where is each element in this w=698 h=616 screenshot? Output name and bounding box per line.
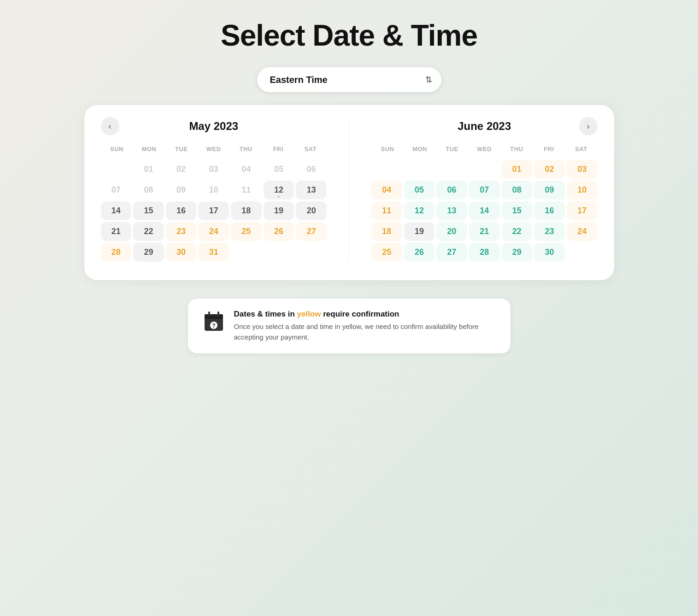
- table-row[interactable]: 23: [534, 222, 565, 241]
- table-row[interactable]: 24: [567, 222, 598, 241]
- table-row[interactable]: 10: [567, 181, 598, 199]
- table-row[interactable]: 31: [198, 243, 229, 262]
- table-row[interactable]: 05: [404, 181, 435, 199]
- calendar-container: ‹ May 2023 SUN MON TUE WED THU FRI SAT 0…: [84, 105, 614, 280]
- table-row[interactable]: 28: [101, 243, 132, 262]
- info-title-yellow: yellow: [297, 310, 321, 318]
- svg-text:?: ?: [212, 323, 215, 329]
- weekday-tue2: TUE: [436, 142, 468, 156]
- table-row[interactable]: 20: [436, 222, 467, 241]
- table-row[interactable]: 14: [101, 201, 132, 220]
- svg-rect-2: [208, 311, 210, 316]
- table-row[interactable]: 24: [198, 222, 229, 241]
- table-row[interactable]: 30: [534, 243, 565, 262]
- weekday-sun2: SUN: [371, 142, 404, 156]
- table-row[interactable]: 12: [404, 201, 435, 220]
- table-row[interactable]: 12: [264, 181, 294, 199]
- weekday-mon: MON: [133, 142, 165, 156]
- table-row: 01: [133, 160, 164, 179]
- weekday-tue: TUE: [165, 142, 198, 156]
- table-row[interactable]: 26: [264, 222, 294, 241]
- table-row[interactable]: 23: [166, 222, 197, 241]
- may-title: May 2023: [189, 120, 238, 133]
- table-row[interactable]: 17: [198, 201, 229, 220]
- table-row[interactable]: 21: [101, 222, 132, 241]
- table-row[interactable]: 27: [296, 222, 327, 241]
- info-title: Dates & times in yellow require confirma…: [234, 310, 496, 319]
- table-row[interactable]: 13: [436, 201, 467, 220]
- june-days-grid: 0102030405060708091011121314151617181920…: [371, 160, 598, 262]
- table-row: [404, 160, 435, 179]
- table-row[interactable]: 15: [502, 201, 533, 220]
- table-row[interactable]: 15: [133, 201, 164, 220]
- table-row[interactable]: 22: [502, 222, 533, 241]
- table-row[interactable]: 17: [567, 201, 598, 220]
- table-row: 06: [296, 160, 327, 179]
- table-row[interactable]: 11: [371, 201, 402, 220]
- table-row[interactable]: 07: [469, 181, 500, 199]
- weekday-wed: WED: [198, 142, 230, 156]
- timezone-select[interactable]: Eastern Time Central Time Mountain Time …: [257, 67, 441, 92]
- weekday-sun: SUN: [101, 142, 133, 156]
- page-title: Select Date & Time: [221, 18, 477, 53]
- timezone-selector[interactable]: Eastern Time Central Time Mountain Time …: [257, 67, 441, 92]
- table-row[interactable]: 28: [469, 243, 500, 262]
- table-row[interactable]: 26: [404, 243, 435, 262]
- table-row: [469, 160, 500, 179]
- table-row[interactable]: 09: [534, 181, 565, 199]
- table-row: 02: [166, 160, 197, 179]
- table-row[interactable]: 25: [371, 243, 402, 262]
- table-row[interactable]: 06: [436, 181, 467, 199]
- weekday-sat2: SAT: [565, 142, 597, 156]
- table-row: 04: [231, 160, 262, 179]
- info-text: Dates & times in yellow require confirma…: [234, 310, 496, 342]
- weekday-thu: THU: [230, 142, 262, 156]
- table-row[interactable]: 29: [133, 243, 164, 262]
- table-row[interactable]: 18: [371, 222, 402, 241]
- weekday-fri2: FRI: [533, 142, 565, 156]
- table-row[interactable]: 04: [371, 181, 402, 199]
- calendar-may: ‹ May 2023 SUN MON TUE WED THU FRI SAT 0…: [101, 120, 327, 262]
- table-row[interactable]: 19: [404, 222, 435, 241]
- calendar-june: June 2023 › SUN MON TUE WED THU FRI SAT …: [371, 120, 598, 262]
- table-row: 11: [231, 181, 262, 199]
- table-row[interactable]: 29: [502, 243, 533, 262]
- june-weekdays: SUN MON TUE WED THU FRI SAT: [371, 142, 598, 156]
- table-row[interactable]: 08: [502, 181, 533, 199]
- table-row: [101, 160, 132, 179]
- table-row: [371, 160, 402, 179]
- next-month-button[interactable]: ›: [579, 117, 598, 135]
- table-row[interactable]: 19: [264, 201, 294, 220]
- calendar-question-icon: ?: [203, 311, 225, 337]
- table-row[interactable]: 18: [231, 201, 262, 220]
- table-row: 05: [264, 160, 294, 179]
- prev-month-button[interactable]: ‹: [101, 117, 119, 135]
- weekday-fri: FRI: [262, 142, 294, 156]
- table-row: 10: [198, 181, 229, 199]
- svg-rect-1: [205, 314, 223, 319]
- table-row[interactable]: 02: [534, 160, 565, 179]
- may-weekdays: SUN MON TUE WED THU FRI SAT: [101, 142, 327, 156]
- table-row[interactable]: 21: [469, 222, 500, 241]
- table-row: [436, 160, 467, 179]
- table-row[interactable]: 27: [436, 243, 467, 262]
- table-row[interactable]: 13: [296, 181, 327, 199]
- table-row[interactable]: 16: [534, 201, 565, 220]
- table-row[interactable]: 22: [133, 222, 164, 241]
- table-row: 09: [166, 181, 197, 199]
- info-description: Once you select a date and time in yello…: [234, 322, 496, 342]
- table-row[interactable]: 25: [231, 222, 262, 241]
- table-row[interactable]: 16: [166, 201, 197, 220]
- table-row[interactable]: 14: [469, 201, 500, 220]
- weekday-wed2: WED: [468, 142, 500, 156]
- june-title: June 2023: [458, 120, 511, 133]
- table-row[interactable]: 03: [567, 160, 598, 179]
- svg-rect-3: [217, 311, 219, 316]
- table-row[interactable]: 30: [166, 243, 197, 262]
- table-row: 03: [198, 160, 229, 179]
- weekday-mon2: MON: [404, 142, 436, 156]
- weekday-thu2: THU: [500, 142, 533, 156]
- may-days-grid: 0102030405060708091011121314151617181920…: [101, 160, 327, 262]
- table-row[interactable]: 20: [296, 201, 327, 220]
- table-row[interactable]: 01: [502, 160, 533, 179]
